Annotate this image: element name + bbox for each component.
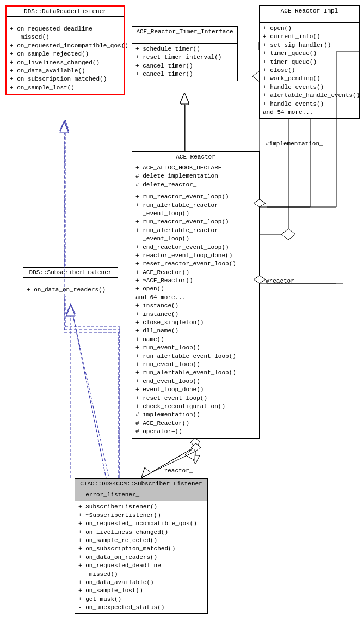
svg-marker-34 [66,304,75,314]
dds-data-reader-listener-box: DDS::DataReaderListener + on_requested_d… [5,5,125,95]
ace-reactor-methods: + run_reactor_event_loop() + run_alertab… [132,191,259,437]
svg-marker-5 [68,305,73,313]
implementation-label: #implementation_ [266,141,323,147]
ciao-subscriber-listener-fields: - error_listener_ [75,489,207,501]
dds-subscriber-listener-empty [23,278,118,284]
ace-reactor-box: ACE_Reactor + ACE_ALLOC_HOOK_DECLARE # d… [132,151,260,439]
ciao-subscriber-listener-methods: + SubscriberListener() + ~SubscriberList… [75,501,207,613]
ciao-subscriber-listener-title: CIAO::DDS4CCM::Subscriber Listener [75,479,207,489]
svg-line-53 [71,305,109,477]
svg-marker-54 [66,305,75,316]
svg-line-33 [71,304,106,478]
svg-marker-3 [63,120,68,128]
diagram-container: DDS::DataReaderListener + on_requested_d… [0,0,364,626]
dds-subscriber-listener-title: DDS::SubscriberListener [23,268,118,278]
svg-marker-21 [181,95,189,105]
reactor-label2: -reactor_ [161,467,193,474]
ace-reactor-fields: + ACE_ALLOC_HOOK_DECLARE # delete_implem… [132,162,259,191]
dds-data-reader-listener-title: DDS::DataReaderListener [7,7,124,17]
ace-reactor-impl-empty [260,16,359,23]
svg-marker-36 [185,447,195,460]
ace-reactor-timer-interface-methods: + schedule_timer() + reset_timer_interva… [132,44,237,81]
ace-reactor-impl-title: ACE_Reactor_Impl [260,6,359,16]
dds-data-reader-listener-empty [7,17,124,23]
ace-reactor-impl-box: ACE_Reactor_Impl + open() + current_info… [259,5,360,119]
ace-reactor-impl-methods: + open() + current_info() + set_sig_hand… [260,23,359,118]
dds-subscriber-listener-box: DDS::SubscriberListener + on_data_on_rea… [23,267,118,296]
svg-marker-19 [281,229,295,240]
svg-marker-47 [141,467,151,477]
ace-reactor-title: ACE_Reactor [132,152,259,162]
svg-marker-52 [60,122,69,133]
dds-subscriber-listener-methods: + on_data_on_readers() [23,284,118,296]
svg-marker-15 [191,455,200,464]
ciao-subscriber-listener-box: CIAO::DDS4CCM::Subscriber Listener - err… [75,478,208,614]
svg-marker-32 [60,121,69,131]
ace-reactor-timer-interface-title: ACE_Reactor_Timer_Interface [132,27,237,37]
svg-marker-7 [180,93,189,102]
svg-marker-37 [190,438,200,447]
dds-data-reader-listener-methods: + on_requested_deadline _missed() + on_r… [7,23,124,94]
reactor-label: #reactor_ [266,278,298,284]
ace-reactor-timer-interface-empty [132,37,237,44]
svg-marker-48 [191,443,201,451]
svg-marker-39 [180,93,189,104]
ace-reactor-timer-interface-box: ACE_Reactor_Timer_Interface + schedule_t… [132,26,238,81]
